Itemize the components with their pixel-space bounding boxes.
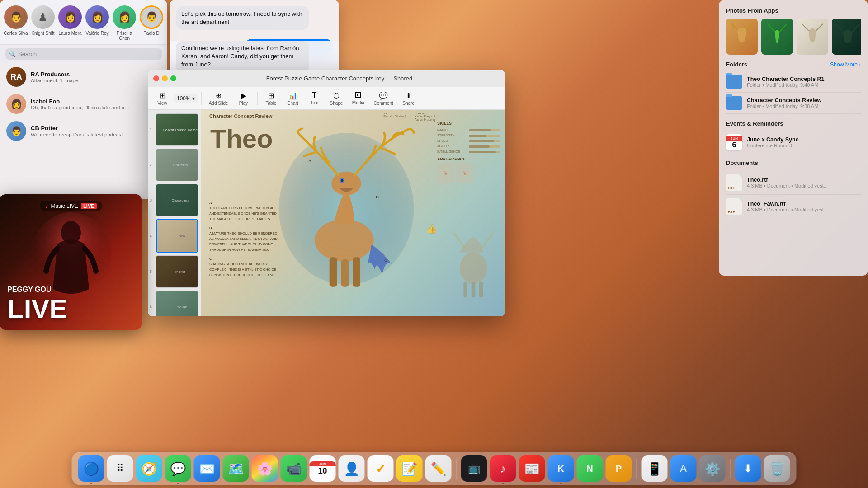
folder-item-char[interactable]: Character Concepts Review Folder • Modif… [726, 93, 861, 114]
slide-thumb-2[interactable]: Contents [156, 149, 198, 181]
dock-finder[interactable]: 🔵 [78, 455, 104, 482]
dock-downloader[interactable]: ⬇ [735, 455, 761, 482]
slide-thumb-6[interactable]: Timeline [156, 291, 198, 316]
dock-iphone[interactable]: 📱 [642, 455, 668, 482]
toolbar-chart[interactable]: 📊 Chart [283, 89, 303, 108]
slide-thumb-4[interactable]: Theo [156, 219, 198, 253]
dock-photos[interactable]: 🌸 [252, 455, 278, 482]
stat-strength-fill [469, 135, 486, 137]
svg-line-17 [768, 24, 775, 32]
toolbar-share[interactable]: ⬆ Share [399, 89, 419, 108]
folder-info-char: Character Concepts Review Folder • Modif… [747, 97, 861, 109]
svg-point-4 [341, 179, 344, 182]
show-more-button[interactable]: Show More › [830, 61, 861, 68]
close-button[interactable] [153, 75, 159, 81]
music-player: ♪ Music LIVE LIVE PEGGY GOU LIVE [0, 194, 142, 330]
contact-name-knight: Knight Shift [31, 31, 54, 36]
folder-info-theo: Theo Character Concepts R1 Folder • Modi… [747, 76, 861, 88]
appearance-label: Appearance [437, 157, 500, 161]
contacts-icon: 👤 [344, 461, 359, 476]
contact-circle-carlos[interactable]: 👨 Carlos Silva [3, 5, 29, 41]
slide-thumb-1[interactable]: Forest Puzzle Game [156, 113, 198, 146]
folder-item-theo[interactable]: Theo Character Concepts R1 Folder • Modi… [726, 71, 861, 93]
dock-appstore[interactable]: A [670, 455, 697, 482]
dock-trash[interactable]: 🗑️ [764, 455, 790, 482]
keynote-canvas[interactable]: Character Concept Review ART Ramón Gilab… [201, 110, 505, 316]
doc-item-theo[interactable]: RTF Theo.rtf 4.3 MB • Document • Modifie… [726, 171, 861, 195]
keynote-titlebar: Forest Puzzle Game Character Concepts.ke… [148, 70, 505, 87]
stat-agility-bar [469, 145, 500, 148]
dock-music[interactable]: ♪ [490, 455, 516, 482]
thread-isabel[interactable]: 👩 Isabel Foo Oh, that's a good idea, I'l… [0, 90, 167, 117]
chart-icon: 📊 [288, 91, 297, 100]
contact-circle-valerie[interactable]: 👩 Valérie Roy [84, 5, 110, 41]
thread-msg-cb: We need to recap Darla's latest podcast … [31, 131, 130, 138]
svg-line-15 [731, 23, 737, 30]
dock-calendar[interactable]: JUN 10 [310, 455, 336, 482]
stat-magic-fill [469, 129, 491, 131]
deer-svg: A B C [260, 114, 432, 304]
toolbar-play[interactable]: ▶ Play [234, 89, 254, 108]
shape-icon: ⬡ [333, 91, 340, 100]
toolbar-media[interactable]: 🖼 Media [348, 89, 368, 107]
finder-dot [90, 483, 92, 484]
contact-circle-paolo[interactable]: 👨 Paolo D [138, 5, 165, 41]
contact-circle-priscilla[interactable]: 👩 Priscilla Chen [111, 5, 137, 41]
dock-freeform[interactable]: ✏️ [425, 455, 452, 482]
calendar-content: JUN 10 [310, 455, 336, 482]
contact-circle-laura[interactable]: 👩 Laura Mora [57, 5, 83, 41]
search-input[interactable] [5, 48, 162, 60]
thread-name-cb: CB Potter [31, 125, 150, 131]
toolbar-comment[interactable]: 💬 Comment [370, 89, 396, 108]
zoom-value: 100% [177, 95, 191, 102]
launchpad-icon: ⠿ [117, 463, 124, 474]
slide-num-2: 2 [150, 163, 152, 167]
thread-ra-producers[interactable]: RA RA Producers Attachment: 1 image 9:4 [0, 63, 167, 90]
contact-name-paolo: Paolo D [143, 31, 160, 36]
dock-keynote[interactable]: K [548, 455, 574, 482]
dock-maps[interactable]: 🗺️ [223, 455, 249, 482]
toolbar-text[interactable]: T Text [305, 89, 325, 107]
doc-item-fawn[interactable]: RTF Theo_Fawn.rtf 4.3 MB • Document • Mo… [726, 195, 861, 218]
syspref-icon: ⚙️ [704, 461, 720, 476]
toolbar-shape[interactable]: ⬡ Shape [326, 89, 347, 108]
zoom-control[interactable]: 100% ▾ [174, 94, 198, 103]
dock-safari[interactable]: 🧭 [136, 455, 162, 482]
dock-launchpad[interactable]: ⠿ [107, 455, 133, 482]
thread-msg-ra: Attachment: 1 image [31, 78, 130, 83]
finder-icon: 🔵 [83, 461, 99, 476]
toolbar-table[interactable]: ⊞ Table [261, 89, 281, 108]
appearance-sketch-1: 🦌 [437, 163, 454, 183]
svg-point-11 [460, 253, 487, 284]
comment-icon: 💬 [379, 91, 388, 100]
downloader-icon: ⬇ [744, 462, 753, 475]
dock-contacts[interactable]: 👤 [339, 455, 365, 482]
dock-reminders[interactable]: ✓ [368, 455, 394, 482]
dock-syspref[interactable]: ⚙️ [699, 455, 726, 482]
maximize-button[interactable] [170, 75, 176, 81]
event-location: Conference Room D [747, 143, 861, 148]
doc-meta-fawn: 4.3 MB • Document • Modified yest... [747, 207, 861, 212]
dock-facetime[interactable]: 📹 [281, 455, 307, 482]
toolbar-add-slide[interactable]: ⊕ Add Slide [205, 89, 232, 108]
contact-circle-knight[interactable]: ♟ Knight Shift [30, 5, 56, 41]
slide-thumb-5[interactable]: Moritz [156, 255, 198, 288]
slide-thumb-3[interactable]: Characters [156, 184, 198, 216]
dock-pages[interactable]: P [606, 455, 632, 482]
svg-text:B: B [376, 194, 379, 199]
svg-rect-14 [479, 282, 483, 298]
safari-icon: 🧭 [141, 461, 157, 476]
dock-numbers[interactable]: N [577, 455, 603, 482]
dock-mail[interactable]: ✉️ [194, 455, 220, 482]
minimize-button[interactable] [162, 75, 168, 81]
dock-notes[interactable]: 📝 [396, 455, 423, 482]
dock-appletv[interactable]: 📺 [461, 455, 487, 482]
svg-text:C: C [384, 258, 387, 262]
thread-cb[interactable]: 👨 CB Potter We need to recap Darla's lat… [0, 117, 167, 145]
annotation-a: A THEO'S ANTLERS BECOME PREHENSILE AND E… [209, 200, 282, 222]
toolbar-view[interactable]: ⊞ View [152, 89, 172, 108]
dock-messages[interactable]: 💬 [165, 455, 191, 482]
doc-icon-theo: RTF [726, 174, 742, 192]
dock-news[interactable]: 📰 [519, 455, 545, 482]
slide-thumb-img-4: Theo [157, 220, 198, 252]
